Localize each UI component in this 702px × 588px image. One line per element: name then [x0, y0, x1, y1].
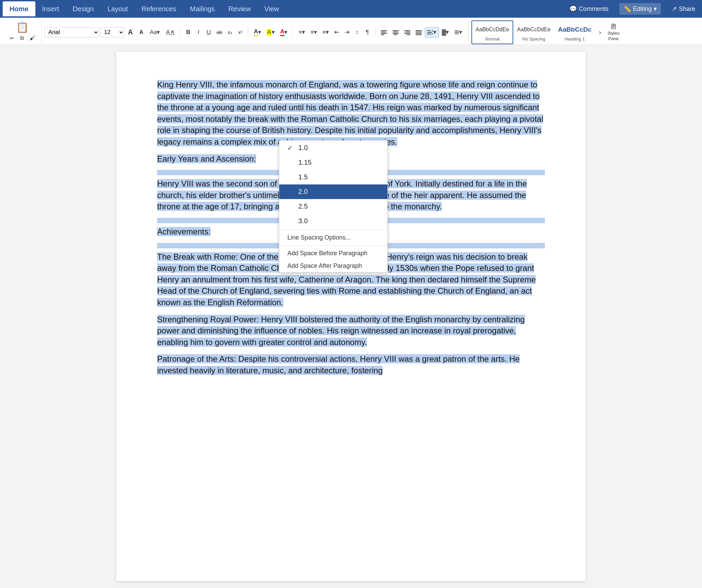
italic-button[interactable]: I: [194, 27, 203, 37]
clipboard-sub: ✂ ⧉ 🖌: [7, 33, 37, 43]
highlight-icon: A: [267, 29, 272, 36]
share-button[interactable]: ↗ Share: [668, 3, 699, 15]
dropdown-item-1-15[interactable]: 1.15: [279, 155, 387, 170]
underline-button[interactable]: U: [204, 27, 214, 37]
dropdown-divider-2: [279, 245, 387, 246]
bold-button[interactable]: B: [184, 27, 193, 37]
item-label-2-5: 2.5: [298, 202, 308, 210]
align-left-button[interactable]: [379, 27, 389, 37]
paragraph-10: Patronage of the Arts: Despite his contr…: [157, 353, 545, 376]
decrease-indent-button[interactable]: ⇤: [332, 27, 341, 37]
copy-button[interactable]: ⧉: [17, 33, 27, 43]
item-label-1-15: 1.15: [298, 159, 312, 166]
tab-home[interactable]: Home: [3, 1, 35, 16]
checkmark-1-0: ✓: [287, 144, 294, 152]
para6-text: Achievements:: [157, 227, 211, 236]
multilevel-button[interactable]: ≡▾: [320, 27, 331, 37]
justify-button[interactable]: [413, 27, 424, 37]
sort-button[interactable]: ↕: [352, 27, 362, 37]
decrease-font-button[interactable]: A: [136, 27, 146, 37]
subscript-button[interactable]: x₂: [225, 27, 235, 37]
style-h1-label: Heading 1: [565, 36, 585, 42]
style-normal-preview: AaBbCcDdEe: [475, 23, 509, 36]
style-heading1[interactable]: AaBbCcDc Heading 1: [554, 20, 595, 44]
paragraph-1: King Henry VIII, the infamous monarch of…: [157, 79, 545, 148]
format-painter-button[interactable]: 🖌: [27, 33, 37, 43]
dropdown-item-2-5[interactable]: 2.5: [279, 199, 387, 214]
format-section: B I U ab x₂ x²: [181, 27, 248, 37]
list-section: ≡▾ ≡▾ ≡▾ ⇤ ⇥ ↕ ¶: [294, 27, 375, 37]
styles-pane-icon: 🖹: [610, 23, 617, 31]
style-nospace-label: No Spacing: [522, 36, 545, 42]
para10-text: Patronage of the Arts: Despite his contr…: [157, 354, 520, 375]
style-nospace-preview: AaBbCcDdEe: [517, 23, 551, 36]
share-icon: ↗: [672, 5, 677, 13]
tab-references[interactable]: References: [135, 1, 183, 16]
svg-marker-19: [432, 30, 433, 31]
show-paragraph-button[interactable]: ¶: [363, 27, 372, 37]
dropdown-item-line-spacing-options[interactable]: Line Spacing Options...: [279, 231, 387, 244]
comment-icon: 💬: [569, 5, 577, 13]
align-right-button[interactable]: [402, 27, 413, 37]
editing-button[interactable]: ✏️ Editing ▾: [619, 3, 661, 15]
tab-design[interactable]: Design: [66, 1, 101, 16]
dropdown-item-3-0[interactable]: 3.0: [279, 214, 387, 228]
more-styles-button[interactable]: ›: [595, 27, 605, 37]
increase-indent-button[interactable]: ⇥: [342, 27, 352, 37]
tab-review[interactable]: Review: [222, 1, 258, 16]
chevron-down-icon: ▾: [654, 5, 657, 13]
font-color2-button[interactable]: A▾: [278, 27, 290, 37]
para1-text: King Henry VIII, the infamous monarch of…: [157, 80, 543, 146]
superscript-button[interactable]: x²: [235, 27, 245, 37]
toolbar-top-row: 📋 ✂ ⧉ 🖌 Arial 12 A A Aa▾ A✕: [0, 18, 702, 45]
change-case-button[interactable]: Aa▾: [147, 27, 162, 37]
color-section: A▾ A▾ A▾: [249, 27, 293, 37]
line-spacing-button[interactable]: ▾: [425, 27, 439, 37]
styles-pane-button[interactable]: 🖹 StylesPane: [605, 21, 622, 43]
strikethrough-button[interactable]: ab: [214, 27, 225, 37]
paragraph-9: Strengthening Royal Power: Henry VIII bo…: [157, 314, 545, 348]
numbering-button[interactable]: ≡▾: [308, 27, 319, 37]
dropdown-item-1-0[interactable]: ✓ 1.0: [279, 141, 387, 155]
tab-bar: Home Insert Design Layout References Mai…: [0, 0, 702, 18]
toolbar: 📋 ✂ ⧉ 🖌 Arial 12 A A Aa▾ A✕: [0, 18, 702, 45]
para2-text: Early Years and Ascension:: [157, 154, 256, 163]
clear-format-button[interactable]: A✕: [164, 27, 177, 37]
bullets-button[interactable]: ≡▾: [296, 27, 307, 37]
dropdown-divider-1: [279, 230, 387, 230]
font-size-selector[interactable]: 12: [100, 27, 124, 37]
quick-styles-area: AaBbCcDdEe Normal AaBbCcDdEe No Spacing …: [468, 20, 622, 44]
tab-mailings[interactable]: Mailings: [183, 1, 221, 16]
highlight-button[interactable]: A▾: [264, 27, 277, 37]
style-no-spacing[interactable]: AaBbCcDdEe No Spacing: [513, 20, 554, 44]
editing-label: Editing: [633, 5, 652, 13]
font-family-selector[interactable]: Arial: [45, 27, 99, 37]
comments-button[interactable]: 💬 Comments: [565, 3, 613, 15]
styles-pane-label: StylesPane: [607, 31, 619, 41]
paste-button[interactable]: 📋: [16, 21, 29, 33]
shading-button[interactable]: ▓▾: [439, 27, 451, 37]
line-spacing-dropdown: ✓ 1.0 1.15 1.5 2.0 2.5: [279, 140, 388, 273]
cut-button[interactable]: ✂: [7, 33, 16, 43]
align-center-button[interactable]: [390, 27, 401, 37]
dropdown-item-add-space-after[interactable]: Add Space After Paragraph: [279, 260, 387, 272]
item-label-2-0: 2.0: [298, 188, 308, 196]
dropdown-item-add-space-before[interactable]: Add Space Before Paragraph: [279, 247, 387, 260]
tab-view[interactable]: View: [257, 1, 286, 16]
dropdown-item-2-0[interactable]: 2.0: [279, 184, 387, 199]
increase-font-button[interactable]: A: [126, 27, 135, 37]
tab-insert[interactable]: Insert: [35, 1, 66, 16]
comments-label: Comments: [579, 5, 608, 13]
style-normal[interactable]: AaBbCcDdEe Normal: [471, 20, 513, 44]
borders-button[interactable]: ⊞▾: [452, 27, 465, 37]
font-color-button[interactable]: A▾: [251, 27, 263, 37]
tab-layout[interactable]: Layout: [101, 1, 135, 16]
pencil-icon: ✏️: [623, 5, 631, 13]
paste-section: 📋 ✂ ⧉ 🖌: [3, 20, 42, 45]
document-page: King Henry VIII, the infamous monarch of…: [116, 52, 586, 581]
dropdown-item-1-5[interactable]: 1.5: [279, 170, 387, 184]
font-section: Arial 12 A A Aa▾ A✕: [45, 27, 180, 37]
svg-marker-20: [432, 33, 433, 35]
align-section: ▾ ▓▾ ⊞▾: [376, 27, 468, 37]
font-color2-icon: A: [280, 28, 284, 36]
